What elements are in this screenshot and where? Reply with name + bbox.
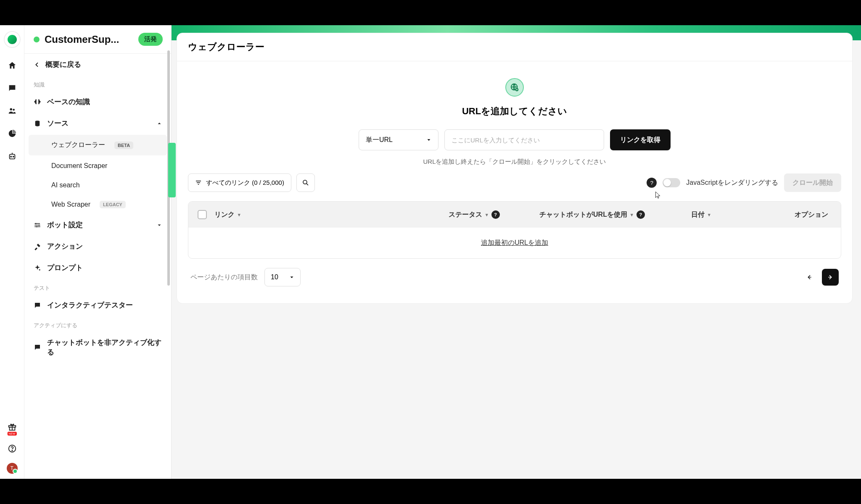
user-avatar[interactable]: T	[7, 463, 18, 474]
js-render-label: JavaScriptをレンダリングする	[686, 178, 778, 187]
sidebar: CustomerSup... 活発 概要に戻る 知識 ベースの知識 ソース ウェ…	[24, 25, 172, 479]
sort-icon: ▾	[238, 212, 240, 218]
svg-point-14	[36, 226, 37, 227]
help-icon[interactable]: ?	[637, 210, 645, 219]
sort-icon: ▾	[486, 212, 488, 218]
icon-rail: T	[0, 25, 24, 479]
table-header: リンク ▾ ステータス ▾ ? チャットボットがURLを使用 ▾ ?	[188, 202, 841, 228]
svg-point-4	[13, 156, 13, 157]
chevron-down-icon	[157, 223, 162, 228]
svg-point-10	[12, 450, 12, 451]
start-crawl-button[interactable]: クロール開始	[784, 173, 841, 192]
search-button[interactable]	[296, 173, 315, 192]
svg-point-17	[303, 180, 307, 184]
nav-web-scraper[interactable]: Web Scraper LEGACY	[24, 195, 171, 214]
links-table: リンク ▾ ステータス ▾ ? チャットボットがURLを使用 ▾ ?	[188, 201, 841, 259]
svg-line-18	[306, 184, 308, 185]
filter-icon	[195, 179, 202, 186]
status-badge: 活発	[138, 33, 163, 46]
back-to-overview[interactable]: 概要に戻る	[24, 53, 171, 75]
col-link[interactable]: リンク ▾	[214, 210, 422, 219]
status-dot-icon	[34, 37, 40, 42]
arrow-right-icon	[827, 274, 834, 281]
svg-point-0	[10, 108, 12, 111]
card-header: ウェブクローラー	[177, 33, 852, 61]
add-first-url-link[interactable]: 追加最初のURLを追加	[481, 239, 548, 246]
section-activate: アクティブにする	[24, 316, 171, 332]
sliders-icon	[34, 221, 41, 229]
help-icon[interactable]: ?	[491, 210, 500, 219]
svg-point-13	[38, 224, 40, 226]
banner-edge	[168, 143, 176, 197]
sidebar-scrollbar[interactable]	[167, 25, 170, 479]
brand-logo[interactable]	[4, 31, 21, 48]
chat-icon[interactable]	[5, 81, 20, 96]
analytics-icon[interactable]	[5, 126, 20, 141]
col-used[interactable]: チャットボットがURLを使用 ▾ ?	[526, 210, 658, 219]
sparkle-icon	[34, 264, 41, 272]
col-status[interactable]: ステータス ▾ ?	[422, 210, 526, 219]
bot-icon[interactable]	[5, 149, 20, 164]
table-empty-row: 追加最初のURLを追加	[188, 228, 841, 258]
help-tooltip-button[interactable]: ?	[647, 178, 657, 188]
globe-plus-icon	[505, 78, 524, 97]
svg-point-3	[11, 156, 11, 157]
nav-prompt[interactable]: プロンプト	[24, 257, 171, 278]
sort-icon: ▾	[708, 212, 710, 218]
select-all-checkbox[interactable]	[198, 210, 207, 219]
brain-icon	[34, 98, 41, 106]
chat-bubble-icon	[34, 302, 41, 309]
nav-bot-settings[interactable]: ボット設定	[24, 214, 171, 236]
svg-point-1	[13, 109, 15, 111]
per-page-select[interactable]: 10	[264, 268, 301, 286]
nav-deactivate-chatbot[interactable]: チャットボットを非アクティブ化する	[24, 332, 171, 363]
next-page-button[interactable]	[822, 269, 839, 286]
nav-interactive-tester[interactable]: インタラクティブテスター	[24, 294, 171, 316]
main-area: ウェブクローラー URLを追加してください 単一URL リンクを取得	[172, 25, 861, 479]
section-knowledge: 知識	[24, 75, 171, 91]
js-render-toggle[interactable]	[663, 178, 680, 187]
gift-icon[interactable]	[5, 419, 20, 434]
chat-off-icon	[34, 344, 41, 351]
database-icon	[34, 120, 41, 127]
svg-point-12	[35, 223, 37, 224]
all-links-filter[interactable]: すべてのリンク (0 / 25,000)	[188, 173, 291, 192]
home-icon[interactable]	[5, 58, 20, 73]
search-icon	[302, 179, 309, 186]
help-icon[interactable]	[5, 441, 20, 456]
legacy-badge: LEGACY	[100, 201, 126, 208]
section-test: テスト	[24, 278, 171, 294]
nav-document-scraper[interactable]: Document Scraper	[24, 156, 171, 176]
users-icon[interactable]	[5, 103, 20, 118]
nav-sources[interactable]: ソース	[24, 113, 171, 134]
page-title: ウェブクローラー	[188, 41, 841, 53]
per-page-label: ページあたりの項目数	[190, 273, 258, 282]
nav-actions[interactable]: アクション	[24, 236, 171, 257]
chevron-down-icon	[426, 137, 431, 142]
url-input[interactable]	[444, 129, 604, 150]
col-options: オプション	[743, 210, 832, 219]
col-date[interactable]: 日付 ▾	[658, 210, 743, 219]
get-links-button[interactable]: リンクを取得	[610, 129, 671, 150]
prev-page-button[interactable]	[801, 269, 818, 286]
back-label: 概要に戻る	[45, 60, 81, 69]
arrow-left-icon	[806, 274, 813, 281]
main-card: ウェブクローラー URLを追加してください 単一URL リンクを取得	[177, 33, 853, 304]
sort-icon: ▾	[631, 212, 633, 218]
pagination: ページあたりの項目数 10	[188, 259, 841, 289]
chevron-up-icon	[157, 121, 162, 126]
hero-hint: URLを追加し終えたら「クロール開始」をクリックしてください	[423, 158, 606, 166]
toolbar-row: すべてのリンク (0 / 25,000) ? JavaScriptをレンダリング…	[188, 173, 841, 192]
chevron-down-icon	[289, 275, 294, 280]
project-header[interactable]: CustomerSup... 活発	[24, 25, 171, 53]
tools-icon	[34, 243, 41, 250]
url-type-select[interactable]: 単一URL	[359, 129, 438, 150]
beta-badge: BETA	[114, 142, 133, 149]
project-title: CustomerSup...	[45, 34, 133, 45]
nav-web-crawler[interactable]: ウェブクローラー BETA	[29, 135, 167, 155]
nav-ai-search[interactable]: AI search	[24, 176, 171, 195]
add-url-hero: URLを追加してください 単一URL リンクを取得 URLを追加し終えたら「クロ…	[188, 78, 841, 166]
hero-heading: URLを追加してください	[462, 105, 567, 118]
nav-base-knowledge[interactable]: ベースの知識	[24, 91, 171, 113]
